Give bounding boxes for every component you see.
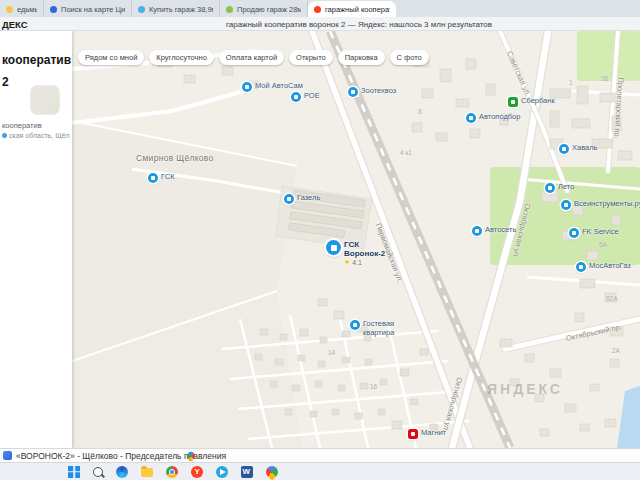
poi-label: Гостевая квартира (363, 320, 421, 337)
map-filter-chip[interactable]: Круглосуточно (149, 50, 214, 65)
poi-icon[interactable] (466, 113, 476, 123)
street-label: Октябрьский пр. (565, 322, 623, 343)
poi-icon[interactable] (576, 262, 586, 272)
map-poi[interactable]: Газель (284, 194, 320, 204)
poi-label: Сбербанк (521, 97, 555, 106)
screen: едьмыши...Поиск на карте Циан в Щ...Купи… (0, 0, 640, 480)
poi-icon[interactable] (291, 92, 301, 102)
search-icon[interactable] (93, 467, 103, 477)
map-canvas[interactable]: Рядом со мнойКруглосуточноОплата картойО… (72, 31, 640, 448)
map-poi[interactable]: Лето (545, 183, 574, 193)
poi-text: Магнит (421, 429, 446, 438)
browser-tab[interactable]: Купить гараж 38,9м² Мос... (132, 1, 220, 17)
poi-label: Хаваль (572, 144, 598, 153)
poi-icon[interactable] (545, 183, 555, 193)
result-name[interactable]: кооператив (2, 121, 70, 130)
house-number: 6А (599, 241, 607, 248)
poi-label: Автосеть (485, 226, 516, 235)
background-window-title-bar[interactable]: «ВОРОНОК-2» - Щёлково - Председатель пра… (0, 448, 640, 462)
map-poi[interactable]: ГСК (148, 173, 175, 183)
map-poi[interactable]: Сбербанк (508, 97, 555, 107)
poi-label: ГСК (161, 173, 175, 182)
poi-icon[interactable] (408, 429, 418, 439)
poi-label: МосАвтоГаз (589, 262, 631, 271)
poi-text: Гостевая квартира (363, 320, 421, 337)
map-poi[interactable]: Всеинструменты.ру (561, 200, 632, 210)
poi-text: Хаваль (572, 144, 598, 153)
house-number: 8 (418, 108, 422, 115)
map-poi[interactable]: РОЕ (291, 92, 320, 102)
browser-tab[interactable]: Поиск на карте Циан в Щ... (44, 1, 132, 17)
yandex-logo-partial[interactable]: ДЕКС (2, 19, 28, 30)
map-filter-chip[interactable]: Открыто (289, 50, 333, 65)
telegram-icon[interactable] (216, 466, 228, 478)
map-filter-chip[interactable]: С фото (390, 50, 429, 65)
map-label-layer: Смирнов ЩёлковоПервомайская ул.Октябрьск… (72, 31, 640, 448)
tab-label: гаражный кооператив... (325, 5, 390, 14)
map-filter-chip[interactable]: Оплата картой (219, 50, 284, 65)
house-number: 14 (328, 349, 335, 356)
street-label: Пролетарский пр. (612, 77, 625, 139)
map-poi[interactable]: МосАвтоГаз (576, 262, 631, 272)
rating-value: 4.1 (352, 259, 362, 266)
map-poi[interactable]: Мой АвтоСам (242, 82, 303, 92)
poi-icon[interactable] (242, 82, 252, 92)
map-poi[interactable]: ГСК Воронок-2★4.1 (326, 240, 402, 266)
tab-label: Купить гараж 38,9м² Мос... (149, 5, 213, 14)
map-poi[interactable]: Магнит (408, 429, 446, 439)
map-poi[interactable]: Хаваль (559, 144, 598, 154)
maps-icon[interactable] (264, 463, 281, 480)
edge-icon[interactable] (116, 466, 128, 478)
poi-icon[interactable] (326, 240, 341, 255)
location-icon (2, 133, 7, 138)
browser-tab[interactable]: Продаю гараж 28м² Мос... (220, 1, 308, 17)
map-filter-chip[interactable]: Рядом со мной (78, 50, 144, 65)
page-content: кооператив 2 кооператив ская область, Щё… (0, 31, 640, 448)
map-poi[interactable]: Автосеть (472, 226, 516, 236)
star-icon: ★ (344, 258, 350, 266)
poi-label: ГСК Воронок-2 (344, 240, 402, 258)
word-icon[interactable] (241, 466, 253, 478)
poi-icon[interactable] (559, 144, 569, 154)
house-number: 16 (370, 383, 377, 390)
poi-label: Всеинструменты.ру (574, 200, 632, 209)
poi-icon[interactable] (284, 194, 294, 204)
tab-label: Поиск на карте Циан в Щ... (61, 5, 125, 14)
tab-favicon (138, 6, 145, 13)
poi-label: Лето (558, 183, 574, 192)
poi-icon[interactable] (148, 173, 158, 183)
map-filter-chip[interactable]: Парковка (338, 50, 385, 65)
poi-text: Автоподбор (479, 113, 520, 122)
result-address-row: ская область, Щёл (2, 132, 71, 139)
map-poi[interactable]: Автоподбор (466, 113, 520, 123)
poi-label: Зоотехвоз (361, 87, 396, 96)
poi-icon[interactable] (508, 97, 518, 107)
house-number: 1 (569, 79, 573, 86)
map-filter-bar: Рядом со мнойКруглосуточноОплата картойО… (78, 50, 429, 65)
poi-text: ГСК (161, 173, 175, 182)
browser-tab[interactable]: едьмыши... (0, 1, 44, 17)
poi-icon[interactable] (350, 320, 360, 330)
yandex-icon[interactable] (191, 466, 203, 478)
browser-tab[interactable]: гаражный кооператив... (308, 1, 396, 17)
tab-favicon (50, 6, 57, 13)
street-label: Октябрьская ул. (441, 376, 464, 433)
map-poi[interactable]: FK Service (569, 228, 619, 238)
start-icon[interactable] (68, 466, 80, 478)
result-thumbnail[interactable] (30, 85, 60, 115)
chrome-icon[interactable] (166, 466, 178, 478)
map-poi[interactable]: Гостевая квартира (350, 320, 421, 337)
poi-icon[interactable] (472, 226, 482, 236)
house-number: 4 к1 (400, 149, 412, 156)
poi-icon[interactable] (561, 200, 571, 210)
poi-text: Газель (297, 194, 320, 203)
poi-icon[interactable] (348, 87, 358, 97)
poi-text: Лето (558, 183, 574, 192)
browser-tab-strip: едьмыши...Поиск на карте Циан в Щ...Купи… (0, 0, 640, 17)
poi-label: FK Service (582, 228, 619, 237)
folder-icon[interactable] (141, 468, 153, 477)
tab-label: Продаю гараж 28м² Мос... (237, 5, 301, 14)
map-poi[interactable]: Зоотехвоз (348, 87, 396, 97)
poi-label: Магнит (421, 429, 446, 438)
poi-icon[interactable] (569, 228, 579, 238)
